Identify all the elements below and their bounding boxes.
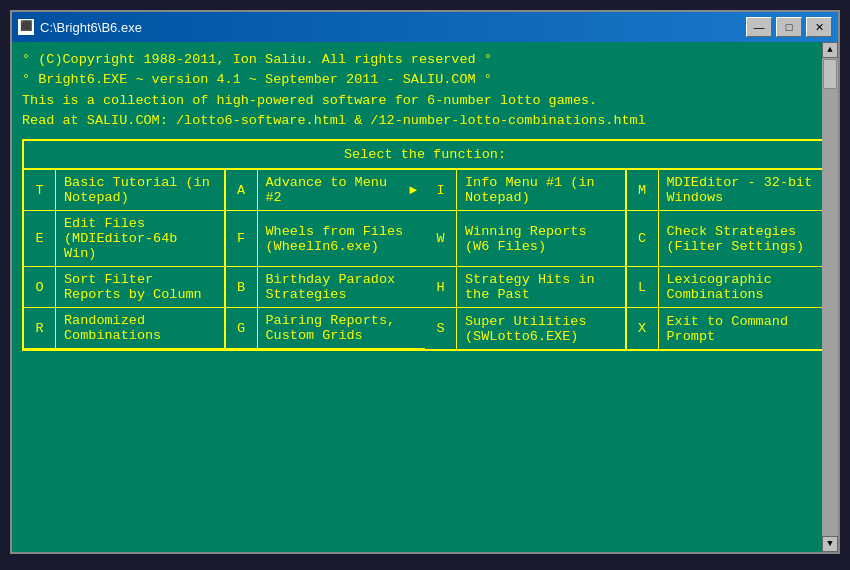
menu-right-5: B Birthday Paradox Strategies	[226, 267, 426, 307]
label-A[interactable]: Advance to Menu #2 ►	[258, 170, 426, 210]
title-bar-left: ⬛ C:\Bright6\B6.exe	[18, 19, 142, 35]
menu-box: Select the function: T Basic Tutorial (i…	[22, 139, 828, 351]
arrow-right-icon: ►	[409, 183, 417, 198]
label-X[interactable]: Exit to Command Prompt	[659, 308, 827, 349]
menu-right-7: G Pairing Reports, Custom Grids	[226, 308, 426, 348]
header-line-1: ° (C)Copyright 1988-2011, Ion Saliu. All…	[22, 50, 828, 70]
label-H[interactable]: Strategy Hits in the Past	[457, 267, 625, 307]
key-S[interactable]: S	[425, 308, 457, 349]
menu-right-8: X Exit to Command Prompt	[627, 308, 827, 349]
menu-row-4: W Winning Reports (W6 Files) C Check Str…	[425, 211, 826, 267]
key-W[interactable]: W	[425, 211, 457, 266]
key-R[interactable]: R	[24, 308, 56, 348]
main-window: ⬛ C:\Bright6\B6.exe — □ ✕ ° (C)Copyright…	[10, 10, 840, 554]
menu-row-1: T Basic Tutorial (in Notepad) A Advance …	[24, 170, 425, 211]
scrollbar[interactable]: ▲ ▼	[822, 42, 838, 552]
label-O[interactable]: Sort Filter Reports by Column	[56, 267, 224, 307]
menu-row-5: O Sort Filter Reports by Column B Birthd…	[24, 267, 425, 308]
window-controls: — □ ✕	[746, 17, 832, 37]
menu-left-1: T Basic Tutorial (in Notepad)	[24, 170, 226, 210]
key-C[interactable]: C	[627, 211, 659, 266]
menu-right-3: F Wheels from Files (WheelIn6.exe)	[226, 211, 426, 266]
menu-right-6: L Lexicographic Combinations	[627, 267, 827, 307]
header-line-3: This is a collection of high-powered sof…	[22, 91, 828, 111]
key-E[interactable]: E	[24, 211, 56, 266]
menu-row-3: E Edit Files (MDIEditor-64b Win) F Wheel…	[24, 211, 425, 267]
key-G[interactable]: G	[226, 308, 258, 348]
key-F[interactable]: F	[226, 211, 258, 266]
title-bar: ⬛ C:\Bright6\B6.exe — □ ✕	[12, 12, 838, 42]
label-G[interactable]: Pairing Reports, Custom Grids	[258, 308, 426, 348]
key-B[interactable]: B	[226, 267, 258, 307]
menu-left-5: O Sort Filter Reports by Column	[24, 267, 226, 307]
scroll-up-button[interactable]: ▲	[822, 42, 838, 58]
label-T[interactable]: Basic Tutorial (in Notepad)	[56, 170, 224, 210]
key-T[interactable]: T	[24, 170, 56, 210]
menu-row-2: I Info Menu #1 (in Notepad) M MDIEditor …	[425, 170, 826, 211]
close-button[interactable]: ✕	[806, 17, 832, 37]
menu-left-2: I Info Menu #1 (in Notepad)	[425, 170, 627, 210]
menu-left-6: H Strategy Hits in the Past	[425, 267, 627, 307]
minimize-button[interactable]: —	[746, 17, 772, 37]
menu-left-8: S Super Utilities (SWLotto6.EXE)	[425, 308, 627, 349]
key-H[interactable]: H	[425, 267, 457, 307]
key-I[interactable]: I	[425, 170, 457, 210]
key-O[interactable]: O	[24, 267, 56, 307]
key-A[interactable]: A	[226, 170, 258, 210]
menu-left-7: R Randomized Combinations	[24, 308, 226, 348]
terminal-content: ° (C)Copyright 1988-2011, Ion Saliu. All…	[12, 42, 838, 552]
label-W[interactable]: Winning Reports (W6 Files)	[457, 211, 625, 266]
label-B[interactable]: Birthday Paradox Strategies	[258, 267, 426, 307]
menu-grid: T Basic Tutorial (in Notepad) A Advance …	[24, 170, 826, 349]
label-E[interactable]: Edit Files (MDIEditor-64b Win)	[56, 211, 224, 266]
menu-right-4: C Check Strategies (Filter Settings)	[627, 211, 827, 266]
window-title: C:\Bright6\B6.exe	[40, 20, 142, 35]
maximize-button[interactable]: □	[776, 17, 802, 37]
menu-left-4: W Winning Reports (W6 Files)	[425, 211, 627, 266]
label-L[interactable]: Lexicographic Combinations	[659, 267, 827, 307]
menu-left-3: E Edit Files (MDIEditor-64b Win)	[24, 211, 226, 266]
label-I[interactable]: Info Menu #1 (in Notepad)	[457, 170, 625, 210]
label-M[interactable]: MDIEditor - 32-bit Windows	[659, 170, 827, 210]
menu-row-8: S Super Utilities (SWLotto6.EXE) X Exit …	[425, 308, 826, 349]
menu-row-6: H Strategy Hits in the Past L Lexicograp…	[425, 267, 826, 308]
header-line-4: Read at SALIU.COM: /lotto6-software.html…	[22, 111, 828, 131]
scroll-track[interactable]	[822, 58, 838, 536]
header-section: ° (C)Copyright 1988-2011, Ion Saliu. All…	[22, 50, 828, 131]
header-line-2: ° Bright6.EXE ~ version 4.1 ~ September …	[22, 70, 828, 90]
app-icon: ⬛	[18, 19, 34, 35]
label-R[interactable]: Randomized Combinations	[56, 308, 224, 348]
label-C[interactable]: Check Strategies (Filter Settings)	[659, 211, 827, 266]
menu-right-2: M MDIEditor - 32-bit Windows	[627, 170, 827, 210]
menu-row-7: R Randomized Combinations G Pairing Repo…	[24, 308, 425, 349]
label-S[interactable]: Super Utilities (SWLotto6.EXE)	[457, 308, 625, 349]
scroll-down-button[interactable]: ▼	[822, 536, 838, 552]
key-M[interactable]: M	[627, 170, 659, 210]
menu-right-1: A Advance to Menu #2 ►	[226, 170, 426, 210]
key-L[interactable]: L	[627, 267, 659, 307]
label-F[interactable]: Wheels from Files (WheelIn6.exe)	[258, 211, 426, 266]
scroll-thumb[interactable]	[823, 59, 837, 89]
key-X[interactable]: X	[627, 308, 659, 349]
menu-title: Select the function:	[24, 141, 826, 170]
